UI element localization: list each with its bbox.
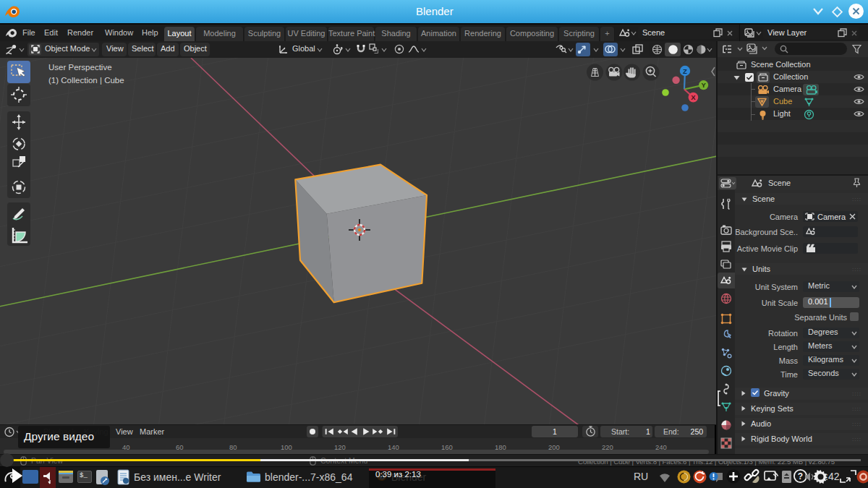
svg-text:Z: Z (683, 67, 687, 75)
svg-text:Y: Y (701, 81, 706, 89)
svg-text:X: X (691, 93, 696, 101)
svg-text:?: ? (798, 471, 803, 481)
